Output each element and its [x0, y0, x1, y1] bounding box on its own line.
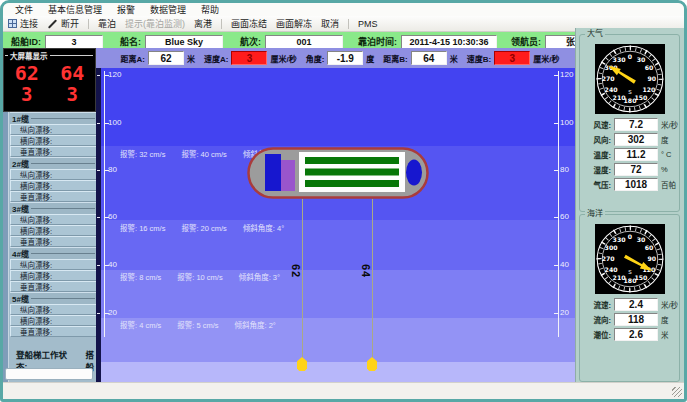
- ship-diagram[interactable]: [247, 147, 429, 199]
- svg-text:0: 0: [627, 233, 632, 240]
- distance-alert: 报警: 5 cm/s: [177, 319, 218, 330]
- deck-stripe: [305, 169, 399, 176]
- svg-text:30: 30: [636, 56, 645, 63]
- menu-file[interactable]: 文件: [15, 3, 33, 16]
- drift-item[interactable]: 横向漂移:: [10, 225, 96, 236]
- distance-line-a: [302, 199, 303, 362]
- voyage-field[interactable]: 001: [265, 35, 343, 49]
- wind-direction-row: 风向: 302 度: [582, 132, 679, 147]
- cable-groups: 1#缆 纵向漂移: 横向漂移: 垂直漂移: 2#缆 纵向漂移: 横向漂移: 垂直…: [10, 112, 96, 337]
- wind-direction-value: 302: [614, 133, 658, 146]
- disconnect-icon: [48, 19, 57, 28]
- svg-text:240: 240: [604, 86, 618, 93]
- distance-a-label: 距离A:: [121, 53, 145, 64]
- display-distance-b: 64: [50, 62, 96, 84]
- drift-item[interactable]: 横向漂移:: [10, 270, 96, 281]
- drift-item[interactable]: 横向漂移:: [10, 315, 96, 326]
- ruler-tick: [554, 123, 558, 124]
- speed-alert: 报警: 16 cm/s: [120, 222, 165, 233]
- sidebar-footer-field[interactable]: [5, 368, 93, 380]
- menu-alarm[interactable]: 报警: [117, 3, 135, 16]
- distance-a-unit: 米: [187, 53, 195, 64]
- cancel-button[interactable]: 取消: [321, 17, 339, 30]
- current-direction-gauge: 0 30 60 90 120 150 180 210 240 270 300 3…: [595, 224, 665, 294]
- drift-item[interactable]: 横向漂移:: [10, 180, 96, 191]
- drift-item[interactable]: 垂直漂移:: [10, 191, 96, 202]
- weather-title: 大气: [585, 30, 605, 38]
- unfreeze-button[interactable]: 画面解冻: [276, 17, 312, 30]
- distance-alert: 报警: 40 cm/s: [181, 148, 226, 159]
- drift-item[interactable]: 纵向漂移:: [10, 304, 96, 315]
- ship-name-label: 船名:: [120, 35, 141, 48]
- drift-item[interactable]: 纵向漂移:: [10, 169, 96, 180]
- ship-id-field[interactable]: 3: [45, 35, 103, 49]
- alert-row: 报警: 4 cm/s 报警: 5 cm/s 倾斜角度: 2°: [96, 319, 575, 330]
- wind-speed-value: 7.2: [614, 118, 658, 131]
- angle-label: 角度:: [306, 53, 325, 64]
- chart-band: [96, 362, 575, 382]
- drift-item[interactable]: 垂直漂移:: [10, 281, 96, 292]
- drift-item[interactable]: 横向漂移:: [10, 135, 96, 146]
- ruler-label: 40: [108, 261, 117, 269]
- svg-text:180: 180: [623, 277, 637, 284]
- wind-direction-gauge: 0 30 60 90 120 150 180 210 240 270 300 3…: [595, 44, 665, 114]
- drift-item[interactable]: 纵向漂移:: [10, 259, 96, 270]
- current-direction-value: 118: [614, 313, 658, 326]
- disconnect-button[interactable]: 断开: [47, 17, 79, 30]
- menu-basic-info[interactable]: 基本信息管理: [48, 3, 102, 16]
- sidebar-scrollbar[interactable]: [3, 112, 9, 382]
- left-ruler: [104, 71, 105, 337]
- ship-name-field[interactable]: Blue Sky: [145, 35, 223, 49]
- ocean-title: 海洋: [585, 210, 605, 218]
- speed-alert: 报警: 32 cm/s: [120, 148, 165, 159]
- angle-unit: 度: [366, 53, 374, 64]
- drift-item[interactable]: 垂直漂移:: [10, 326, 96, 337]
- berthing-chart: 120 100 80 60 40 20 120 100 80 60 40 20 …: [96, 68, 575, 382]
- speed-a-unit: 厘米/秒: [270, 53, 296, 64]
- berth-button[interactable]: 靠泊: [98, 17, 116, 30]
- temperature-value: 11.2: [614, 148, 658, 161]
- connect-label: 连接: [20, 17, 38, 30]
- svg-text:S: S: [628, 269, 632, 275]
- pilot-label: 领航员:: [511, 35, 541, 48]
- distance-a-line-label: 62: [290, 264, 302, 278]
- chart-band: [96, 68, 575, 146]
- ship-bridge-block: [265, 154, 281, 191]
- drift-item[interactable]: 纵向漂移:: [10, 214, 96, 225]
- depart-button[interactable]: 离港: [194, 17, 212, 30]
- wind-speed-row: 风速: 7.2 米/秒: [582, 117, 679, 132]
- speed-a-label: 速度A:: [204, 53, 228, 64]
- drift-item[interactable]: 垂直漂移:: [10, 146, 96, 157]
- berth-time-field[interactable]: 2011-4-15 10:30:36: [401, 35, 497, 49]
- svg-text:60: 60: [644, 64, 653, 71]
- svg-text:0: 0: [627, 53, 632, 60]
- menu-help[interactable]: 帮助: [201, 3, 219, 16]
- svg-text:330: 330: [612, 56, 626, 63]
- menu-data-management[interactable]: 数据管理: [150, 3, 186, 16]
- status-bar: [3, 382, 684, 399]
- resize-grip[interactable]: [672, 387, 682, 397]
- drift-item[interactable]: 垂直漂移:: [10, 236, 96, 247]
- toolbar-separator: [348, 19, 349, 29]
- svg-text:60: 60: [644, 244, 653, 251]
- cable-group-header: 2#缆: [10, 157, 96, 169]
- berthing-monitor-window: 文件 基本信息管理 报警 数据管理 帮助 连接 断开 靠泊 提示(靠泊监测) 离…: [0, 0, 687, 402]
- svg-text:240: 240: [604, 266, 618, 273]
- voyage-label: 航次:: [240, 35, 261, 48]
- ruler-tick: [554, 313, 558, 314]
- pms-button[interactable]: PMS: [358, 19, 378, 29]
- cable-group-header: 5#缆: [10, 292, 96, 304]
- svg-text:180: 180: [623, 97, 637, 104]
- current-speed-value: 2.4: [614, 298, 658, 311]
- connect-button[interactable]: 连接: [8, 17, 38, 30]
- humidity-row: 湿度: 72 %: [582, 162, 679, 177]
- ruler-label: 120: [560, 71, 573, 79]
- measurement-bar: 距离A: 62 米 速度A: 3 厘米/秒 角度: -1.9 度 距离B: 64…: [96, 48, 575, 68]
- svg-text:120: 120: [642, 86, 656, 93]
- drift-item[interactable]: 纵向漂移:: [10, 124, 96, 135]
- disconnect-label: 断开: [61, 17, 79, 30]
- ruler-tick: [554, 75, 558, 76]
- speed-b-value: 3: [494, 51, 530, 65]
- edge-tick: [97, 217, 100, 218]
- freeze-button[interactable]: 画面冻结: [231, 17, 267, 30]
